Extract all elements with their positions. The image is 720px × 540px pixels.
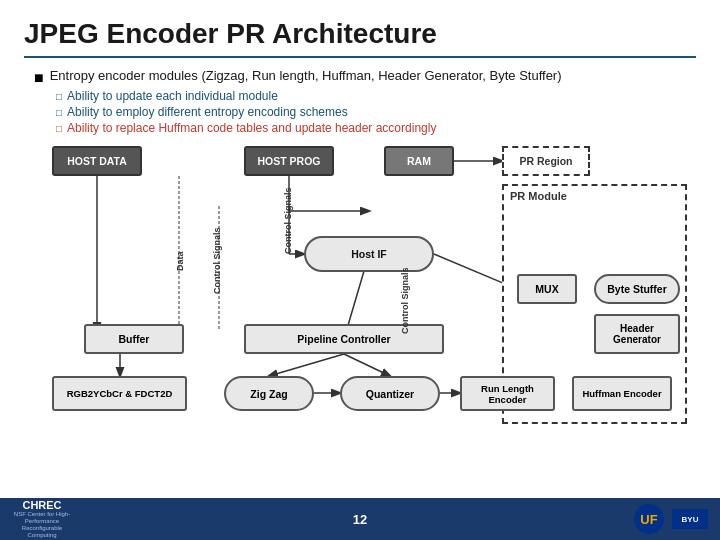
ram-label: RAM <box>407 155 431 167</box>
chrec-logo: CHREC NSF Center for High-Performance Re… <box>12 504 72 534</box>
quantizer-box: Quantizer <box>340 376 440 411</box>
huffman-label: Huffman Encoder <box>582 388 661 399</box>
pr-module-label: PR Module <box>510 190 567 202</box>
host-data-box: HOST DATA <box>52 146 142 176</box>
byte-stuffer-label: Byte Stuffer <box>607 283 667 295</box>
svg-line-10 <box>344 354 390 376</box>
host-data-label: HOST DATA <box>67 155 127 167</box>
sq-icon-1: □ <box>56 89 62 104</box>
chrec-name: CHREC <box>22 499 61 511</box>
control-signals-label-2: Control Signals <box>280 181 296 261</box>
mux-label: MUX <box>535 283 558 295</box>
sub-bullet-3: □ Ability to replace Huffman code tables… <box>56 121 696 136</box>
run-length-box: Run Length Encoder <box>460 376 555 411</box>
header-gen-box: Header Generator <box>594 314 680 354</box>
control-signals-label-3: Control Signals <box>397 266 413 336</box>
pr-region-box: PR Region <box>502 146 590 176</box>
mux-box: MUX <box>517 274 577 304</box>
sub-bullet-2: □ Ability to employ different entropy en… <box>56 105 696 120</box>
buffer-box: Buffer <box>84 324 184 354</box>
main-bullet: ■ Entropy encoder modules (Zigzag, Run l… <box>34 68 696 87</box>
bottom-bar: CHREC NSF Center for High-Performance Re… <box>0 498 720 540</box>
sub-bullet-1: □ Ability to update each individual modu… <box>56 89 696 104</box>
host-if-box: Host IF <box>304 236 434 272</box>
sub-bullet-text-3: Ability to replace Huffman code tables a… <box>67 121 436 135</box>
rgb-box: RGB2YCbCr & FDCT2D <box>52 376 187 411</box>
data-label: Data <box>172 201 188 321</box>
huffman-box: Huffman Encoder <box>572 376 672 411</box>
left-logos: CHREC NSF Center for High-Performance Re… <box>12 504 72 534</box>
host-prog-label: HOST PROG <box>257 155 320 167</box>
chrec-subtitle: NSF Center for High-Performance Reconfig… <box>12 511 72 540</box>
bullet-section: ■ Entropy encoder modules (Zigzag, Run l… <box>34 68 696 136</box>
architecture-diagram: HOST DATA HOST PROG RAM PR Region PR Mod… <box>24 146 696 436</box>
header-gen-label: Header Generator <box>600 323 674 345</box>
right-logos: UF BYU <box>634 504 708 534</box>
page-number: 12 <box>353 512 367 527</box>
main-bullet-text: Entropy encoder modules (Zigzag, Run len… <box>50 68 562 83</box>
pr-region-label: PR Region <box>519 155 572 167</box>
zigzag-box: Zig Zag <box>224 376 314 411</box>
quantizer-label: Quantizer <box>366 388 414 400</box>
uf-logo: UF <box>634 504 664 534</box>
sq-icon-2: □ <box>56 105 62 120</box>
byte-stuffer-box: Byte Stuffer <box>594 274 680 304</box>
bullet-icon: ■ <box>34 68 44 87</box>
sub-bullet-text-1: Ability to update each individual module <box>67 89 278 103</box>
sub-bullets: □ Ability to update each individual modu… <box>56 89 696 136</box>
byu-logo: BYU <box>672 509 708 529</box>
pipeline-ctrl-box: Pipeline Controller <box>244 324 444 354</box>
rgb-label: RGB2YCbCr & FDCT2D <box>67 388 173 399</box>
svg-line-9 <box>269 354 344 376</box>
sub-bullet-text-2: Ability to employ different entropy enco… <box>67 105 348 119</box>
zigzag-label: Zig Zag <box>250 388 287 400</box>
slide-title: JPEG Encoder PR Architecture <box>24 18 696 58</box>
host-if-label: Host IF <box>351 248 387 260</box>
host-prog-box: HOST PROG <box>244 146 334 176</box>
control-signals-label-1: Control Signals <box>209 201 225 321</box>
run-length-label: Run Length Encoder <box>466 383 549 405</box>
slide: JPEG Encoder PR Architecture ■ Entropy e… <box>0 0 720 540</box>
byu-text: BYU <box>682 515 699 524</box>
buffer-label: Buffer <box>119 333 150 345</box>
pipeline-ctrl-label: Pipeline Controller <box>297 333 390 345</box>
sq-icon-3: □ <box>56 121 62 136</box>
ram-box: RAM <box>384 146 454 176</box>
uf-text: UF <box>640 512 657 527</box>
